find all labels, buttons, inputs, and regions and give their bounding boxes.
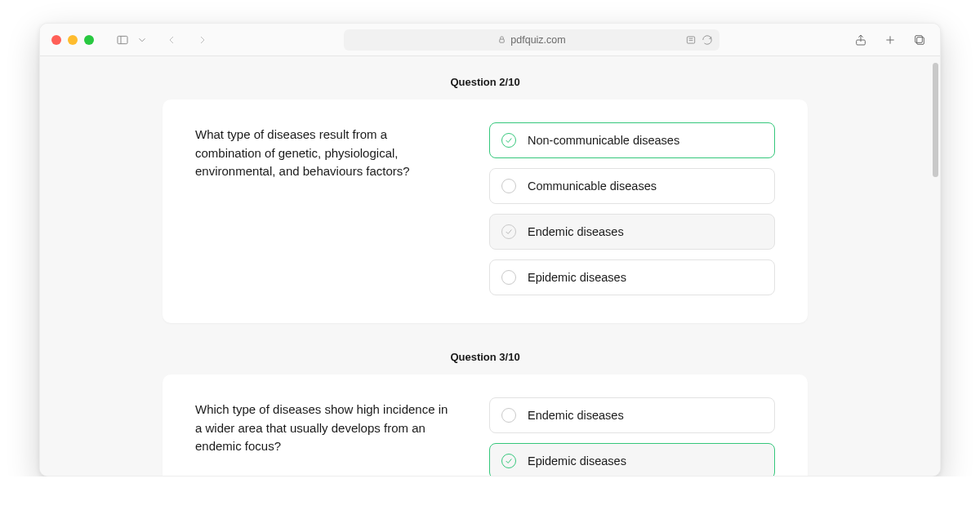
sidebar-toggle-group xyxy=(114,31,148,49)
radio-icon xyxy=(501,270,516,285)
viewport: Question 2/10 What type of diseases resu… xyxy=(40,56,940,476)
svg-rect-3 xyxy=(687,36,694,42)
option-correct[interactable]: Non-communicable diseases xyxy=(489,122,775,158)
check-icon xyxy=(501,133,516,148)
option-label: Endemic diseases xyxy=(528,225,624,238)
toolbar-right xyxy=(852,31,929,49)
sidebar-icon[interactable] xyxy=(114,31,131,49)
question-card: Which type of diseases show high inciden… xyxy=(163,375,808,476)
close-window-button[interactable] xyxy=(51,35,61,45)
radio-icon xyxy=(501,179,516,193)
browser-window: pdfquiz.com Question 2/10 xyxy=(39,23,941,476)
option-correct[interactable]: Epidemic diseases xyxy=(489,443,775,476)
svg-rect-0 xyxy=(118,36,127,43)
page-content: Question 2/10 What type of diseases resu… xyxy=(40,56,930,476)
option-label: Epidemic diseases xyxy=(528,454,626,468)
option-wrong[interactable]: Endemic diseases xyxy=(489,214,775,250)
address-bar[interactable]: pdfquiz.com xyxy=(344,29,719,51)
scrollbar-track[interactable] xyxy=(930,56,940,476)
question-prompt: What type of diseases result from a comb… xyxy=(195,122,453,295)
address-bar-text: pdfquiz.com xyxy=(510,34,565,46)
option[interactable]: Endemic diseases xyxy=(489,397,775,433)
scrollbar-thumb[interactable] xyxy=(933,63,938,177)
question-prompt: Which type of diseases show high inciden… xyxy=(195,397,453,476)
lock-icon xyxy=(497,35,506,44)
svg-rect-9 xyxy=(917,37,924,44)
back-button[interactable] xyxy=(163,31,180,49)
svg-rect-2 xyxy=(500,39,505,42)
share-icon[interactable] xyxy=(852,31,870,49)
titlebar: pdfquiz.com xyxy=(40,24,940,56)
window-controls xyxy=(51,35,94,45)
nav-arrows xyxy=(163,31,212,49)
minimize-window-button[interactable] xyxy=(68,35,78,45)
option-label: Communicable diseases xyxy=(528,180,657,193)
svg-rect-10 xyxy=(915,35,923,42)
option-label: Epidemic diseases xyxy=(528,271,626,284)
forward-button[interactable] xyxy=(194,31,212,49)
option-label: Non-communicable diseases xyxy=(528,134,679,147)
option[interactable]: Communicable diseases xyxy=(489,168,775,204)
reader-icon[interactable] xyxy=(685,34,697,46)
check-icon xyxy=(501,224,516,239)
chevron-down-icon[interactable] xyxy=(136,31,148,49)
reload-icon[interactable] xyxy=(702,34,713,46)
option-label: Endemic diseases xyxy=(528,409,624,422)
question-label: Question 2/10 xyxy=(163,76,808,88)
zoom-window-button[interactable] xyxy=(84,35,94,45)
address-bar-actions xyxy=(685,34,713,46)
check-icon xyxy=(501,454,516,468)
tabs-overview-icon[interactable] xyxy=(911,31,929,49)
new-tab-icon[interactable] xyxy=(881,31,899,49)
radio-icon xyxy=(501,408,516,423)
question-card: What type of diseases result from a comb… xyxy=(163,100,808,323)
options-list: Non-communicable diseases Communicable d… xyxy=(489,122,775,295)
address-bar-wrap: pdfquiz.com xyxy=(218,29,845,51)
options-list: Endemic diseases Epidemic diseases Non-c… xyxy=(489,397,775,476)
question-label: Question 3/10 xyxy=(163,351,808,363)
option[interactable]: Epidemic diseases xyxy=(489,259,775,295)
